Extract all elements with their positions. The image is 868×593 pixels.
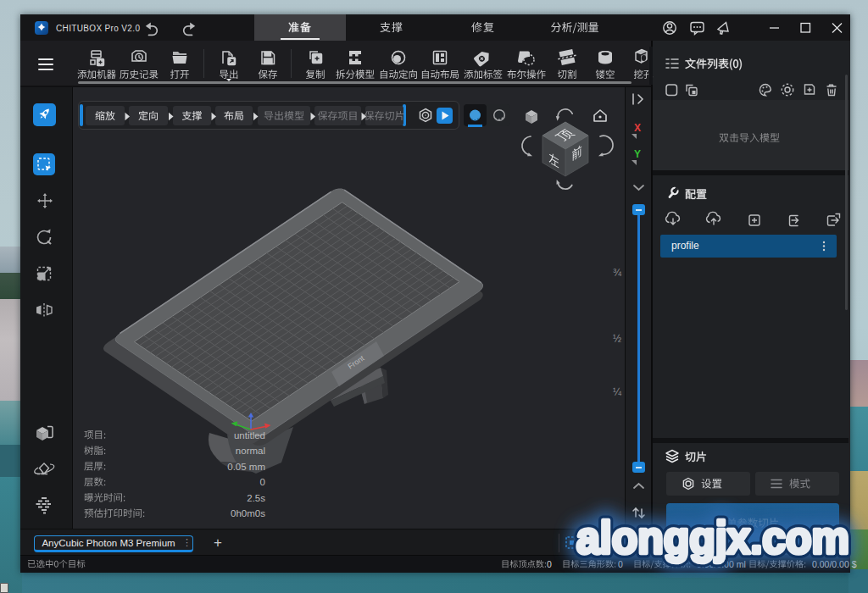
svg-text:alonggjx.com: alonggjx.com xyxy=(576,513,849,563)
